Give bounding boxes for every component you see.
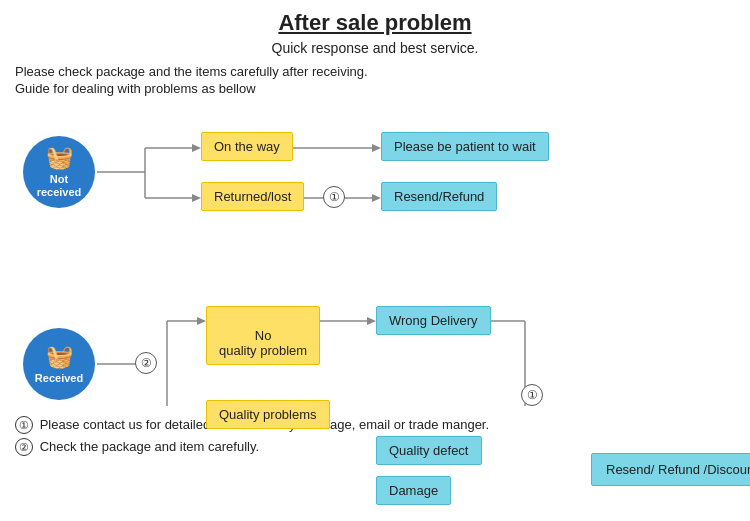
box-resend-refund: Resend/Refund — [381, 182, 497, 211]
footnote-2-badge: ② — [15, 438, 33, 456]
quality-problems-label: Quality problems — [219, 407, 317, 422]
box-no-quality-problem: Noquality problem — [206, 306, 320, 365]
circle-not-received: 🧺 Not received — [23, 136, 95, 208]
on-the-way-label: On the way — [214, 139, 280, 154]
intro-section: Please check package and the items caref… — [15, 64, 735, 96]
footnote-1-badge: ① — [15, 416, 33, 434]
no-quality-problem-label: Noquality problem — [219, 328, 307, 358]
svg-marker-10 — [372, 194, 381, 202]
svg-marker-7 — [372, 144, 381, 152]
subtitle: Quick response and best service. — [15, 40, 735, 56]
box-please-be-patient: Please be patient to wait — [381, 132, 549, 161]
not-received-label: Not received — [37, 173, 82, 199]
box-resend-refund-discount: Resend/ Refund /Discount — [591, 453, 750, 486]
please-be-patient-label: Please be patient to wait — [394, 139, 536, 154]
badge-1-right: ① — [521, 384, 543, 406]
badge-1-top: ① — [323, 186, 345, 208]
intro-line1: Please check package and the items caref… — [15, 64, 735, 79]
svg-marker-18 — [367, 317, 376, 325]
quality-defect-label: Quality defect — [389, 443, 469, 458]
box-wrong-delivery: Wrong Delivery — [376, 306, 491, 335]
badge-2-received: ② — [135, 352, 157, 374]
flow-diagram: 🧺 Not received 🧺 Received On the way Ret… — [15, 106, 735, 406]
resend-refund-discount-label: Resend/ Refund /Discount — [606, 462, 750, 477]
resend-refund-label: Resend/Refund — [394, 189, 484, 204]
received-label: Received — [35, 372, 83, 384]
diagram-arrows — [15, 106, 735, 406]
damage-label: Damage — [389, 483, 438, 498]
box-on-the-way: On the way — [201, 132, 293, 161]
circle-received: 🧺 Received — [23, 328, 95, 400]
svg-marker-3 — [192, 144, 201, 152]
page-title: After sale problem — [15, 10, 735, 36]
intro-line2: Guide for dealing with problems as bello… — [15, 81, 735, 96]
svg-marker-5 — [192, 194, 201, 202]
footnote-1: ① Please contact us for detailed informa… — [15, 416, 735, 434]
not-received-icon: 🧺 — [46, 145, 73, 171]
footnote-2-text: Check the package and item carefully. — [40, 439, 259, 454]
svg-marker-14 — [197, 317, 206, 325]
wrong-delivery-label: Wrong Delivery — [389, 313, 478, 328]
footnotes-section: ① Please contact us for detailed informa… — [15, 416, 735, 456]
box-quality-defect: Quality defect — [376, 436, 482, 465]
box-returned-lost: Returned/lost — [201, 182, 304, 211]
box-damage: Damage — [376, 476, 451, 505]
returned-lost-label: Returned/lost — [214, 189, 291, 204]
received-icon: 🧺 — [46, 344, 73, 370]
box-quality-problems: Quality problems — [206, 400, 330, 429]
